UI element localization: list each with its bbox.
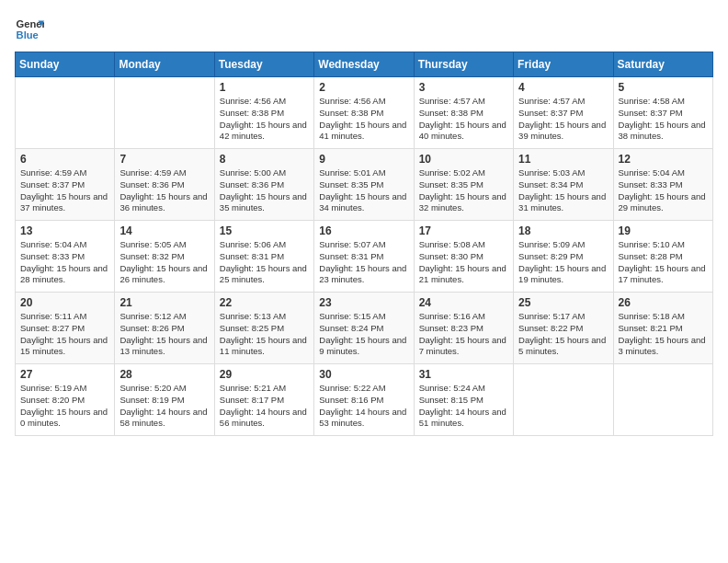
day-number: 9 [319,153,408,166]
day-number: 25 [518,296,608,309]
day-number: 7 [119,153,209,166]
day-number: 22 [220,296,309,309]
calendar-table: SundayMondayTuesdayWednesdayThursdayFrid… [15,52,713,436]
day-info: Sunrise: 5:18 AM Sunset: 8:21 PM Dayligh… [619,311,708,358]
calendar-cell: 18Sunrise: 5:09 AM Sunset: 8:29 PM Dayli… [514,221,613,293]
calendar-cell: 10Sunrise: 5:02 AM Sunset: 8:35 PM Dayli… [414,149,513,221]
calendar-cell: 19Sunrise: 5:10 AM Sunset: 8:28 PM Dayli… [613,221,712,293]
day-number: 28 [119,368,209,381]
day-number: 29 [220,368,309,381]
day-number: 8 [220,153,309,166]
calendar-cell: 16Sunrise: 5:07 AM Sunset: 8:31 PM Dayli… [314,221,414,293]
day-info: Sunrise: 5:04 AM Sunset: 8:33 PM Dayligh… [619,167,708,214]
day-info: Sunrise: 5:20 AM Sunset: 8:19 PM Dayligh… [119,383,209,430]
day-number: 19 [619,224,708,237]
day-info: Sunrise: 4:56 AM Sunset: 8:38 PM Dayligh… [220,96,309,143]
calendar-cell: 3Sunrise: 4:57 AM Sunset: 8:38 PM Daylig… [414,77,513,149]
calendar-week-row: 6Sunrise: 4:59 AM Sunset: 8:37 PM Daylig… [16,149,713,221]
calendar-week-row: 27Sunrise: 5:19 AM Sunset: 8:20 PM Dayli… [16,364,713,436]
logo: General Blue [15,15,44,44]
calendar-cell: 11Sunrise: 5:03 AM Sunset: 8:34 PM Dayli… [514,149,613,221]
day-info: Sunrise: 4:57 AM Sunset: 8:37 PM Dayligh… [518,96,608,143]
day-info: Sunrise: 5:00 AM Sunset: 8:36 PM Dayligh… [220,167,309,214]
svg-text:General: General [17,18,44,29]
calendar-cell: 30Sunrise: 5:22 AM Sunset: 8:16 PM Dayli… [314,364,414,436]
calendar-cell: 9Sunrise: 5:01 AM Sunset: 8:35 PM Daylig… [314,149,414,221]
day-info: Sunrise: 4:59 AM Sunset: 8:37 PM Dayligh… [20,167,109,214]
calendar-header-row: SundayMondayTuesdayWednesdayThursdayFrid… [16,52,713,77]
day-info: Sunrise: 4:59 AM Sunset: 8:36 PM Dayligh… [119,167,209,214]
calendar-cell: 15Sunrise: 5:06 AM Sunset: 8:31 PM Dayli… [214,221,313,293]
calendar-cell: 22Sunrise: 5:13 AM Sunset: 8:25 PM Dayli… [214,293,313,364]
calendar-cell: 28Sunrise: 5:20 AM Sunset: 8:19 PM Dayli… [115,364,214,436]
day-info: Sunrise: 5:07 AM Sunset: 8:31 PM Dayligh… [319,239,408,286]
day-number: 17 [419,224,508,237]
day-number: 3 [419,81,508,94]
day-info: Sunrise: 4:58 AM Sunset: 8:37 PM Dayligh… [619,96,708,143]
calendar-week-row: 1Sunrise: 4:56 AM Sunset: 8:38 PM Daylig… [16,77,713,149]
day-number: 10 [419,153,508,166]
day-info: Sunrise: 5:21 AM Sunset: 8:17 PM Dayligh… [220,383,309,430]
day-info: Sunrise: 5:06 AM Sunset: 8:31 PM Dayligh… [220,239,309,286]
calendar-cell: 31Sunrise: 5:24 AM Sunset: 8:15 PM Dayli… [414,364,513,436]
calendar-cell: 21Sunrise: 5:12 AM Sunset: 8:26 PM Dayli… [115,293,214,364]
day-number: 4 [518,81,608,94]
day-info: Sunrise: 5:03 AM Sunset: 8:34 PM Dayligh… [518,167,608,214]
weekday-header: Friday [514,52,613,77]
day-info: Sunrise: 5:02 AM Sunset: 8:35 PM Dayligh… [419,167,508,214]
calendar-cell: 5Sunrise: 4:58 AM Sunset: 8:37 PM Daylig… [613,77,712,149]
day-number: 23 [319,296,408,309]
day-number: 18 [518,224,608,237]
calendar-cell [16,77,115,149]
day-number: 11 [518,153,608,166]
day-number: 20 [20,296,109,309]
day-info: Sunrise: 4:57 AM Sunset: 8:38 PM Dayligh… [419,96,508,143]
calendar-cell: 13Sunrise: 5:04 AM Sunset: 8:33 PM Dayli… [16,221,115,293]
day-info: Sunrise: 5:11 AM Sunset: 8:27 PM Dayligh… [20,311,109,358]
calendar-cell: 27Sunrise: 5:19 AM Sunset: 8:20 PM Dayli… [16,364,115,436]
calendar-cell: 26Sunrise: 5:18 AM Sunset: 8:21 PM Dayli… [613,293,712,364]
calendar-cell: 6Sunrise: 4:59 AM Sunset: 8:37 PM Daylig… [16,149,115,221]
day-info: Sunrise: 5:12 AM Sunset: 8:26 PM Dayligh… [119,311,209,358]
weekday-header: Saturday [613,52,712,77]
day-info: Sunrise: 5:19 AM Sunset: 8:20 PM Dayligh… [20,383,109,430]
day-info: Sunrise: 5:10 AM Sunset: 8:28 PM Dayligh… [619,239,708,286]
weekday-header: Sunday [16,52,115,77]
day-info: Sunrise: 5:16 AM Sunset: 8:23 PM Dayligh… [419,311,508,358]
calendar-cell: 2Sunrise: 4:56 AM Sunset: 8:38 PM Daylig… [314,77,414,149]
day-number: 21 [119,296,209,309]
calendar-cell [115,77,214,149]
day-number: 15 [220,224,309,237]
day-number: 13 [20,224,109,237]
calendar-cell: 17Sunrise: 5:08 AM Sunset: 8:30 PM Dayli… [414,221,513,293]
calendar-cell: 4Sunrise: 4:57 AM Sunset: 8:37 PM Daylig… [514,77,613,149]
day-number: 5 [619,81,708,94]
calendar-week-row: 13Sunrise: 5:04 AM Sunset: 8:33 PM Dayli… [16,221,713,293]
weekday-header: Wednesday [314,52,414,77]
svg-text:Blue: Blue [17,29,39,40]
day-number: 24 [419,296,508,309]
day-info: Sunrise: 4:56 AM Sunset: 8:38 PM Dayligh… [319,96,408,143]
calendar-week-row: 20Sunrise: 5:11 AM Sunset: 8:27 PM Dayli… [16,293,713,364]
day-info: Sunrise: 5:04 AM Sunset: 8:33 PM Dayligh… [20,239,109,286]
calendar-cell: 8Sunrise: 5:00 AM Sunset: 8:36 PM Daylig… [214,149,313,221]
calendar-cell: 7Sunrise: 4:59 AM Sunset: 8:36 PM Daylig… [115,149,214,221]
calendar-cell: 20Sunrise: 5:11 AM Sunset: 8:27 PM Dayli… [16,293,115,364]
day-number: 16 [319,224,408,237]
day-info: Sunrise: 5:05 AM Sunset: 8:32 PM Dayligh… [119,239,209,286]
day-info: Sunrise: 5:24 AM Sunset: 8:15 PM Dayligh… [419,383,508,430]
day-number: 31 [419,368,508,381]
day-info: Sunrise: 5:01 AM Sunset: 8:35 PM Dayligh… [319,167,408,214]
calendar-cell: 29Sunrise: 5:21 AM Sunset: 8:17 PM Dayli… [214,364,313,436]
day-number: 12 [619,153,708,166]
calendar-cell: 14Sunrise: 5:05 AM Sunset: 8:32 PM Dayli… [115,221,214,293]
day-info: Sunrise: 5:13 AM Sunset: 8:25 PM Dayligh… [220,311,309,358]
logo-icon: General Blue [15,15,44,44]
day-info: Sunrise: 5:09 AM Sunset: 8:29 PM Dayligh… [518,239,608,286]
day-number: 26 [619,296,708,309]
day-info: Sunrise: 5:15 AM Sunset: 8:24 PM Dayligh… [319,311,408,358]
day-number: 6 [20,153,109,166]
calendar-cell: 1Sunrise: 4:56 AM Sunset: 8:38 PM Daylig… [214,77,313,149]
calendar-cell: 24Sunrise: 5:16 AM Sunset: 8:23 PM Dayli… [414,293,513,364]
day-number: 27 [20,368,109,381]
